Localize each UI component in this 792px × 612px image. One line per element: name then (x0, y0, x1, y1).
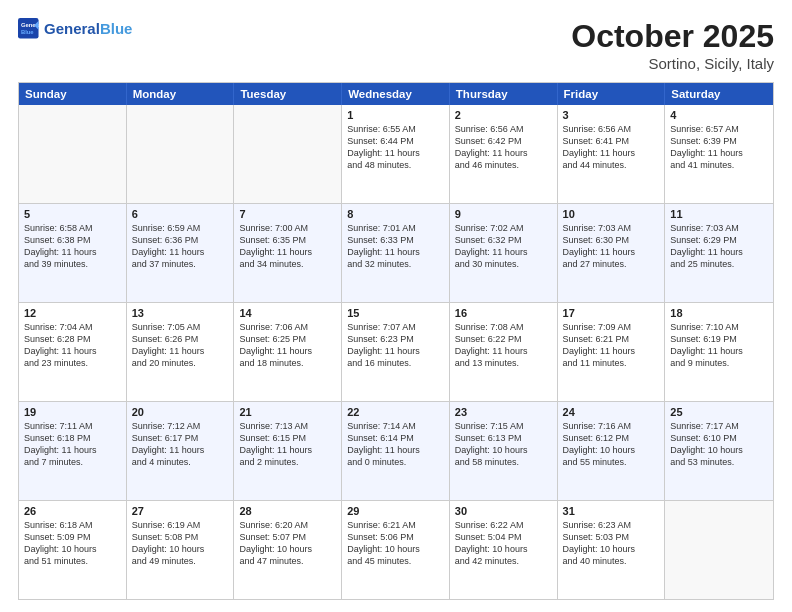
day-number: 15 (347, 307, 444, 319)
cell-line: Sunset: 5:06 PM (347, 531, 444, 543)
day-number: 21 (239, 406, 336, 418)
calendar-cell-19: 19Sunrise: 7:11 AMSunset: 6:18 PMDayligh… (19, 402, 127, 500)
cell-line: Sunrise: 6:56 AM (455, 123, 552, 135)
calendar-cell-4: 4Sunrise: 6:57 AMSunset: 6:39 PMDaylight… (665, 105, 773, 203)
day-number: 20 (132, 406, 229, 418)
cell-line: Daylight: 11 hours (563, 147, 660, 159)
cell-line: Sunrise: 6:20 AM (239, 519, 336, 531)
svg-text:Blue: Blue (21, 29, 34, 35)
cell-line: Sunset: 5:08 PM (132, 531, 229, 543)
cell-line: Daylight: 11 hours (239, 246, 336, 258)
cell-line: and 39 minutes. (24, 258, 121, 270)
calendar-cell-25: 25Sunrise: 7:17 AMSunset: 6:10 PMDayligh… (665, 402, 773, 500)
cell-line: and 34 minutes. (239, 258, 336, 270)
cell-line: Sunrise: 7:10 AM (670, 321, 768, 333)
cell-line: Sunrise: 6:59 AM (132, 222, 229, 234)
cell-line: Sunrise: 7:01 AM (347, 222, 444, 234)
day-number: 29 (347, 505, 444, 517)
cell-line: and 13 minutes. (455, 357, 552, 369)
cell-line: Sunset: 5:09 PM (24, 531, 121, 543)
logo-text: GeneralBlue (44, 21, 132, 38)
day-number: 31 (563, 505, 660, 517)
cell-line: and 47 minutes. (239, 555, 336, 567)
calendar-cell-15: 15Sunrise: 7:07 AMSunset: 6:23 PMDayligh… (342, 303, 450, 401)
day-number: 26 (24, 505, 121, 517)
cell-line: and 11 minutes. (563, 357, 660, 369)
cell-line: and 55 minutes. (563, 456, 660, 468)
day-number: 24 (563, 406, 660, 418)
calendar-cell-26: 26Sunrise: 6:18 AMSunset: 5:09 PMDayligh… (19, 501, 127, 599)
cell-line: Daylight: 11 hours (347, 147, 444, 159)
cell-line: Daylight: 11 hours (24, 246, 121, 258)
calendar: SundayMondayTuesdayWednesdayThursdayFrid… (18, 82, 774, 600)
calendar-cell-17: 17Sunrise: 7:09 AMSunset: 6:21 PMDayligh… (558, 303, 666, 401)
cell-line: and 27 minutes. (563, 258, 660, 270)
cell-line: Sunset: 6:18 PM (24, 432, 121, 444)
calendar-row-2: 5Sunrise: 6:58 AMSunset: 6:38 PMDaylight… (19, 203, 773, 302)
cell-line: Daylight: 11 hours (670, 345, 768, 357)
cell-line: Sunset: 6:35 PM (239, 234, 336, 246)
calendar-page: General Blue GeneralBlue October 2025 So… (0, 0, 792, 612)
cell-line: Sunrise: 6:55 AM (347, 123, 444, 135)
cell-line: Sunrise: 7:08 AM (455, 321, 552, 333)
cell-line: Daylight: 11 hours (347, 345, 444, 357)
cell-line: Sunset: 5:03 PM (563, 531, 660, 543)
cell-line: and 51 minutes. (24, 555, 121, 567)
calendar-cell-18: 18Sunrise: 7:10 AMSunset: 6:19 PMDayligh… (665, 303, 773, 401)
day-number: 28 (239, 505, 336, 517)
cell-line: Daylight: 10 hours (132, 543, 229, 555)
cell-line: Sunset: 6:29 PM (670, 234, 768, 246)
calendar-cell-21: 21Sunrise: 7:13 AMSunset: 6:15 PMDayligh… (234, 402, 342, 500)
cell-line: Daylight: 11 hours (670, 246, 768, 258)
header-day-monday: Monday (127, 83, 235, 105)
calendar-cell-1: 1Sunrise: 6:55 AMSunset: 6:44 PMDaylight… (342, 105, 450, 203)
calendar-cell-28: 28Sunrise: 6:20 AMSunset: 5:07 PMDayligh… (234, 501, 342, 599)
cell-line: and 23 minutes. (24, 357, 121, 369)
cell-line: Sunset: 5:04 PM (455, 531, 552, 543)
cell-line: Daylight: 10 hours (239, 543, 336, 555)
cell-line: Daylight: 11 hours (24, 345, 121, 357)
cell-line: Daylight: 11 hours (455, 147, 552, 159)
cell-line: Sunset: 6:38 PM (24, 234, 121, 246)
cell-line: and 32 minutes. (347, 258, 444, 270)
calendar-cell-6: 6Sunrise: 6:59 AMSunset: 6:36 PMDaylight… (127, 204, 235, 302)
day-number: 4 (670, 109, 768, 121)
cell-line: Sunset: 6:12 PM (563, 432, 660, 444)
cell-line: Sunrise: 7:04 AM (24, 321, 121, 333)
cell-line: Sunset: 6:41 PM (563, 135, 660, 147)
cell-line: Daylight: 10 hours (563, 543, 660, 555)
cell-line: Sunset: 6:26 PM (132, 333, 229, 345)
cell-line: Daylight: 11 hours (347, 444, 444, 456)
cell-line: and 7 minutes. (24, 456, 121, 468)
cell-line: and 9 minutes. (670, 357, 768, 369)
cell-line: Daylight: 10 hours (24, 543, 121, 555)
cell-line: Sunrise: 6:18 AM (24, 519, 121, 531)
cell-line: Sunset: 6:42 PM (455, 135, 552, 147)
day-number: 18 (670, 307, 768, 319)
calendar-cell-empty (665, 501, 773, 599)
cell-line: Daylight: 11 hours (239, 345, 336, 357)
calendar-cell-13: 13Sunrise: 7:05 AMSunset: 6:26 PMDayligh… (127, 303, 235, 401)
cell-line: Daylight: 11 hours (563, 345, 660, 357)
day-number: 11 (670, 208, 768, 220)
calendar-cell-11: 11Sunrise: 7:03 AMSunset: 6:29 PMDayligh… (665, 204, 773, 302)
cell-line: and 46 minutes. (455, 159, 552, 171)
calendar-cell-empty (19, 105, 127, 203)
cell-line: Sunset: 6:28 PM (24, 333, 121, 345)
day-number: 6 (132, 208, 229, 220)
cell-line: and 20 minutes. (132, 357, 229, 369)
calendar-cell-24: 24Sunrise: 7:16 AMSunset: 6:12 PMDayligh… (558, 402, 666, 500)
cell-line: Sunrise: 6:56 AM (563, 123, 660, 135)
cell-line: Sunset: 6:19 PM (670, 333, 768, 345)
calendar-cell-27: 27Sunrise: 6:19 AMSunset: 5:08 PMDayligh… (127, 501, 235, 599)
cell-line: Daylight: 10 hours (455, 543, 552, 555)
cell-line: Daylight: 10 hours (563, 444, 660, 456)
cell-line: Sunset: 6:25 PM (239, 333, 336, 345)
calendar-cell-empty (127, 105, 235, 203)
calendar-row-4: 19Sunrise: 7:11 AMSunset: 6:18 PMDayligh… (19, 401, 773, 500)
cell-line: Daylight: 11 hours (132, 444, 229, 456)
cell-line: and 45 minutes. (347, 555, 444, 567)
cell-line: and 40 minutes. (563, 555, 660, 567)
day-number: 1 (347, 109, 444, 121)
calendar-cell-23: 23Sunrise: 7:15 AMSunset: 6:13 PMDayligh… (450, 402, 558, 500)
